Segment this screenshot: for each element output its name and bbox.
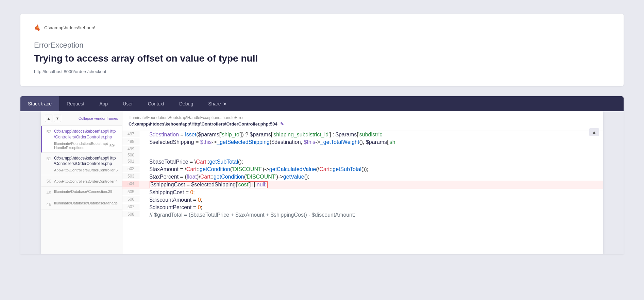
stack-frame-50[interactable]: 50 App\Http\Controllers\OrderController … <box>41 175 122 187</box>
code-body[interactable]: 497 $destination = isset($params['ship_t… <box>122 131 603 254</box>
code-line-499: 499 <box>122 146 603 152</box>
tab-debug[interactable]: Debug <box>172 96 201 111</box>
error-message: Trying to access array offset on value o… <box>34 52 610 64</box>
stack-frame-51[interactable]: 51 C:\xampp\htdocs\keboen\app\Http\Contr… <box>41 153 122 176</box>
frame-class-48: Illuminate\Database\DatabaseManager <box>54 201 118 205</box>
collapse-vendor-button[interactable]: Collapse vendor frames <box>79 116 118 120</box>
frame-content-49: Illuminate\Database\Connection :29 <box>54 189 112 194</box>
code-line-500: 500 <box>122 152 603 158</box>
code-line-507: 507 $discountPercent = 0; <box>122 204 603 211</box>
frame-meta-49: Illuminate\Database\Connection :29 <box>54 189 112 194</box>
error-url: http://localhost:8000/orders/checkout <box>34 69 610 74</box>
code-line-503: 503 $taxPercent = (float)\Cart::getCondi… <box>122 173 603 181</box>
logo-path: C:\xampp\htdocs\keboen\ <box>44 25 95 30</box>
logo-bar: C:\xampp\htdocs\keboen\ <box>34 24 610 31</box>
code-file-path: C:\xampp\htdocs\keboen\app\Http\Controll… <box>129 121 597 127</box>
arrow-down-button[interactable]: ▼ <box>54 115 61 122</box>
frame-meta-48: Illuminate\Database\DatabaseManager :349 <box>54 201 118 205</box>
stack-frame-49[interactable]: 49 Illuminate\Database\Connection :29 <box>41 187 122 198</box>
code-line-508: 508 // $grandTotal = ($baseTotalPrice + … <box>122 211 603 219</box>
scroll-up-area: ▲ <box>589 128 599 136</box>
frame-number-51: 51 <box>42 155 51 161</box>
stack-sidebar: ▲ ▼ Collapse vendor frames 52 C:\xampp\h… <box>41 111 122 254</box>
frame-class-52: Illuminate\Foundation\Bootstrap\HandleEx… <box>54 141 108 150</box>
tabs-panel: Stack trace Request App User Context Deb… <box>20 96 624 254</box>
tabs-bar: Stack trace Request App User Context Deb… <box>20 96 624 111</box>
frame-meta-51: App\Http\Controllers\OrderController :50… <box>54 168 118 172</box>
code-header: Illuminate\Foundation\Bootstrap\HandleEx… <box>122 111 603 131</box>
frame-line-52: :504 <box>108 144 116 148</box>
tab-user[interactable]: User <box>115 96 140 111</box>
stack-frame-52[interactable]: 52 C:\xampp\htdocs\keboen\app\Http\Contr… <box>41 126 122 153</box>
sidebar-controls: ▲ ▼ Collapse vendor frames <box>41 111 122 126</box>
frame-number-52: 52 <box>42 129 51 134</box>
code-line-506: 506 $discountAmount = 0; <box>122 196 603 204</box>
code-line-505: 505 $shippingCost = 0; <box>122 189 603 196</box>
frame-class-49: Illuminate\Database\Connection <box>54 189 107 194</box>
tab-stack-trace[interactable]: Stack trace <box>20 96 59 111</box>
code-line-502: 502 $taxAmount = \Cart::getCondition('DI… <box>122 166 603 173</box>
up-down-buttons: ▲ ▼ <box>45 115 61 122</box>
tab-app[interactable]: App <box>92 96 115 111</box>
error-card: C:\xampp\htdocs\keboen\ ErrorException T… <box>20 14 624 86</box>
frame-file-51: C:\xampp\htdocs\keboen\app\Http\Controll… <box>54 155 118 167</box>
code-file-path-text: C:\xampp\htdocs\keboen\app\Http\Controll… <box>129 121 277 127</box>
frame-meta-50: App\Http\Controllers\OrderController :42… <box>54 179 118 183</box>
arrow-up-button[interactable]: ▲ <box>45 115 52 122</box>
frame-content-48: Illuminate\Database\DatabaseManager :349 <box>54 201 118 205</box>
frame-number-48: 48 <box>42 201 51 207</box>
tab-share[interactable]: Share ➤ <box>201 96 234 111</box>
scroll-up-button[interactable]: ▲ <box>589 128 599 136</box>
flame-icon <box>34 24 41 31</box>
error-type: ErrorException <box>34 41 610 50</box>
code-line-504: 504 $shippingCost = $selectedShipping['c… <box>122 181 603 189</box>
stack-frame-48[interactable]: 48 Illuminate\Database\DatabaseManager :… <box>41 198 122 210</box>
code-line-498: 498 $selectedShipping = $this->_getSelec… <box>122 138 603 146</box>
frame-line-51: :504 <box>115 168 118 172</box>
frame-meta-52: Illuminate\Foundation\Bootstrap\HandleEx… <box>54 141 116 150</box>
frame-content-51: C:\xampp\htdocs\keboen\app\Http\Controll… <box>54 155 118 172</box>
code-namespace: Illuminate\Foundation\Bootstrap\HandleEx… <box>129 115 597 120</box>
code-line-501: 501 $baseTotalPrice = \Cart::getSubTotal… <box>122 158 603 166</box>
main-content: ▲ ▼ Collapse vendor frames 52 C:\xampp\h… <box>41 111 603 254</box>
tab-context[interactable]: Context <box>140 96 172 111</box>
code-panel: ▲ Illuminate\Foundation\Bootstrap\Handle… <box>122 111 603 254</box>
edit-icon[interactable]: ✎ <box>280 121 284 127</box>
frame-number-49: 49 <box>42 189 51 195</box>
frame-class-50: App\Http\Controllers\OrderController <box>54 179 115 183</box>
frame-content-52: C:\xampp\htdocs\keboen\app\Http\Controll… <box>54 129 116 150</box>
frame-file-52: C:\xampp\htdocs\keboen\app\Http\Controll… <box>54 129 116 140</box>
frame-number-50: 50 <box>42 178 51 184</box>
frame-line-50: :427 <box>115 179 118 183</box>
share-label: Share <box>208 101 221 106</box>
code-line-497: 497 $destination = isset($params['ship_t… <box>122 131 603 138</box>
frame-line-49: :29 <box>107 189 112 194</box>
frame-class-51: App\Http\Controllers\OrderController <box>54 168 115 172</box>
tab-request[interactable]: Request <box>59 96 92 111</box>
share-arrow-icon: ➤ <box>223 101 227 106</box>
frame-content-50: App\Http\Controllers\OrderController :42… <box>54 178 118 183</box>
